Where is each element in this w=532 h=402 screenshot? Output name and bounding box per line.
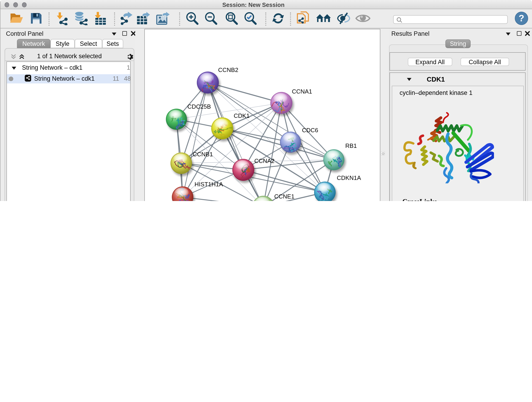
svg-text:CDK1: CDK1 <box>234 112 249 119</box>
svg-text:CDKN1A: CDKN1A <box>336 174 361 181</box>
svg-text:RB1: RB1 <box>345 142 357 149</box>
svg-text:CDC25B: CDC25B <box>187 103 211 110</box>
svg-text:CCNE1: CCNE1 <box>274 193 294 200</box>
svg-text:CCNB2: CCNB2 <box>218 66 238 73</box>
svg-text:CCNA2: CCNA2 <box>254 157 274 164</box>
svg-text:HIST1H1A: HIST1H1A <box>194 181 223 187</box>
svg-text:CDC6: CDC6 <box>302 127 318 133</box>
svg-text:CCNA1: CCNA1 <box>292 88 312 95</box>
svg-text:CCNB1: CCNB1 <box>192 151 213 157</box>
